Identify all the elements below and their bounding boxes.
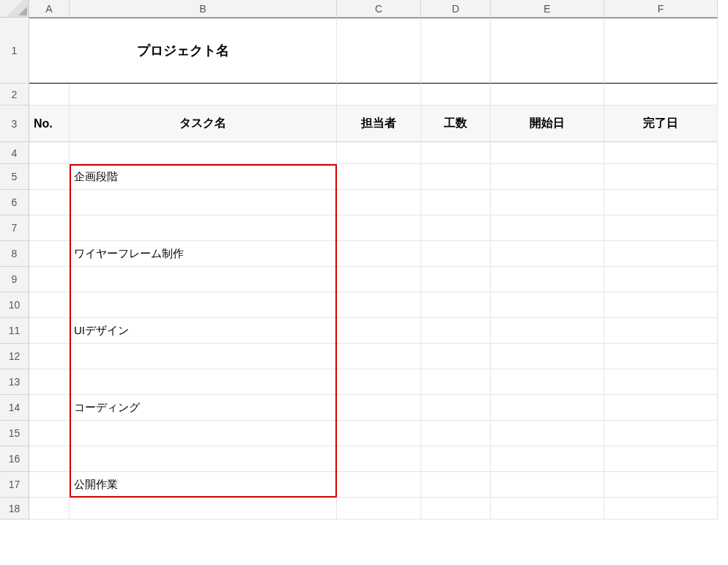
- row-header-7[interactable]: 7: [0, 215, 29, 241]
- row-header-12[interactable]: 12: [0, 344, 29, 369]
- cell-F7[interactable]: [604, 215, 718, 241]
- row-header-17[interactable]: 17: [0, 472, 29, 498]
- header-assignee[interactable]: 担当者: [337, 106, 421, 142]
- cell-D10[interactable]: [421, 292, 491, 318]
- cell-F17[interactable]: [604, 472, 718, 498]
- cell-F15[interactable]: [604, 421, 718, 446]
- cell-C2[interactable]: [337, 84, 421, 106]
- row-header-16[interactable]: 16: [0, 446, 29, 472]
- cell-F5[interactable]: [604, 164, 718, 190]
- cell-C15[interactable]: [337, 421, 421, 446]
- cell-B2[interactable]: [70, 84, 337, 106]
- select-all-corner[interactable]: [0, 0, 29, 18]
- cell-A15[interactable]: [29, 421, 70, 446]
- cell-D12[interactable]: [421, 344, 491, 369]
- cell-B17[interactable]: 公開作業: [70, 472, 337, 498]
- project-name-label[interactable]: プロジェクト名: [29, 18, 337, 84]
- header-end-date[interactable]: 完了日: [604, 106, 718, 142]
- cell-F6[interactable]: [604, 190, 718, 215]
- header-effort[interactable]: 工数: [421, 106, 491, 142]
- cell-A17[interactable]: [29, 472, 70, 498]
- cell-B14[interactable]: コーディング: [70, 395, 337, 421]
- cell-E1[interactable]: [491, 18, 604, 84]
- cell-A9[interactable]: [29, 267, 70, 292]
- cell-F13[interactable]: [604, 369, 718, 395]
- col-header-E[interactable]: E: [491, 0, 604, 18]
- cell-A6[interactable]: [29, 190, 70, 215]
- cell-C5[interactable]: [337, 164, 421, 190]
- cell-C16[interactable]: [337, 446, 421, 472]
- cell-F18[interactable]: [604, 498, 718, 520]
- row-header-11[interactable]: 11: [0, 318, 29, 344]
- cell-D15[interactable]: [421, 421, 491, 446]
- cell-E11[interactable]: [491, 318, 604, 344]
- row-header-18[interactable]: 18: [0, 498, 29, 520]
- cell-A16[interactable]: [29, 446, 70, 472]
- cell-A12[interactable]: [29, 344, 70, 369]
- cell-E14[interactable]: [491, 395, 604, 421]
- cell-A7[interactable]: [29, 215, 70, 241]
- col-header-F[interactable]: F: [604, 0, 718, 18]
- cell-B8[interactable]: ワイヤーフレーム制作: [70, 241, 337, 267]
- cell-B5[interactable]: 企画段階: [70, 164, 337, 190]
- row-header-6[interactable]: 6: [0, 190, 29, 215]
- cell-C12[interactable]: [337, 344, 421, 369]
- cell-D2[interactable]: [421, 84, 491, 106]
- cell-B15[interactable]: [70, 421, 337, 446]
- cell-C14[interactable]: [337, 395, 421, 421]
- row-header-14[interactable]: 14: [0, 395, 29, 421]
- cell-C6[interactable]: [337, 190, 421, 215]
- cell-E8[interactable]: [491, 241, 604, 267]
- cell-C13[interactable]: [337, 369, 421, 395]
- cell-B16[interactable]: [70, 446, 337, 472]
- cell-A10[interactable]: [29, 292, 70, 318]
- cell-D14[interactable]: [421, 395, 491, 421]
- col-header-C[interactable]: C: [337, 0, 421, 18]
- header-start-date[interactable]: 開始日: [491, 106, 604, 142]
- header-no[interactable]: No.: [29, 106, 70, 142]
- cell-C9[interactable]: [337, 267, 421, 292]
- cell-D9[interactable]: [421, 267, 491, 292]
- cell-D1[interactable]: [421, 18, 491, 84]
- col-header-D[interactable]: D: [421, 0, 491, 18]
- cell-A14[interactable]: [29, 395, 70, 421]
- cell-A8[interactable]: [29, 241, 70, 267]
- cell-D5[interactable]: [421, 164, 491, 190]
- cell-C17[interactable]: [337, 472, 421, 498]
- cell-F16[interactable]: [604, 446, 718, 472]
- cell-E10[interactable]: [491, 292, 604, 318]
- cell-D18[interactable]: [421, 498, 491, 520]
- cell-D4[interactable]: [421, 142, 491, 164]
- row-header-9[interactable]: 9: [0, 267, 29, 292]
- cell-F12[interactable]: [604, 344, 718, 369]
- cell-C18[interactable]: [337, 498, 421, 520]
- cell-D16[interactable]: [421, 446, 491, 472]
- cell-F9[interactable]: [604, 267, 718, 292]
- cell-D11[interactable]: [421, 318, 491, 344]
- cell-D17[interactable]: [421, 472, 491, 498]
- cell-E6[interactable]: [491, 190, 604, 215]
- cell-C4[interactable]: [337, 142, 421, 164]
- cell-B7[interactable]: [70, 215, 337, 241]
- cell-A2[interactable]: [29, 84, 70, 106]
- cell-E16[interactable]: [491, 446, 604, 472]
- row-header-3[interactable]: 3: [0, 106, 29, 142]
- cell-D7[interactable]: [421, 215, 491, 241]
- row-header-1[interactable]: 1: [0, 18, 29, 84]
- cell-C1[interactable]: [337, 18, 421, 84]
- cell-B12[interactable]: [70, 344, 337, 369]
- cell-A11[interactable]: [29, 318, 70, 344]
- row-header-2[interactable]: 2: [0, 84, 29, 106]
- row-header-5[interactable]: 5: [0, 164, 29, 190]
- cell-C11[interactable]: [337, 318, 421, 344]
- cell-E2[interactable]: [491, 84, 604, 106]
- col-header-B[interactable]: B: [70, 0, 337, 18]
- cell-B11[interactable]: UIデザイン: [70, 318, 337, 344]
- col-header-A[interactable]: A: [29, 0, 70, 18]
- cell-A5[interactable]: [29, 164, 70, 190]
- row-header-8[interactable]: 8: [0, 241, 29, 267]
- cell-C7[interactable]: [337, 215, 421, 241]
- cell-F8[interactable]: [604, 241, 718, 267]
- cell-A13[interactable]: [29, 369, 70, 395]
- cell-E7[interactable]: [491, 215, 604, 241]
